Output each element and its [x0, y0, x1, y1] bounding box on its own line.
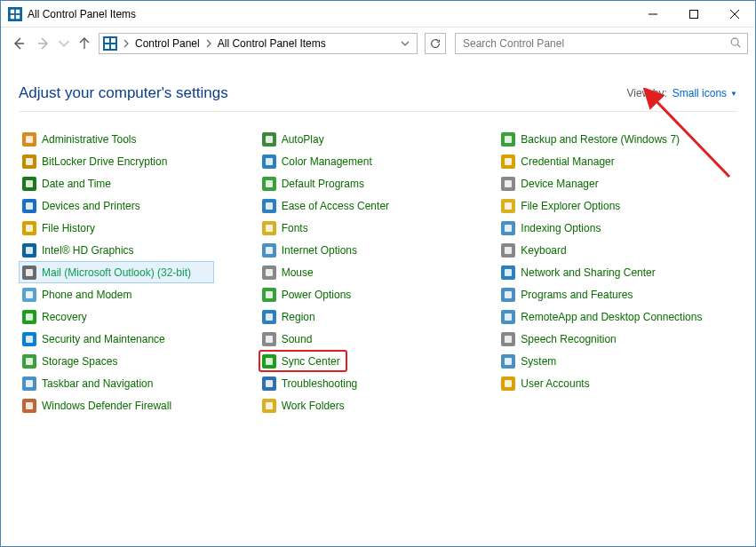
view-by-dropdown[interactable]: Small icons ▼	[672, 87, 737, 99]
address-dropdown-button[interactable]	[397, 39, 413, 48]
chevron-right-icon[interactable]	[203, 34, 214, 53]
cp-item-region[interactable]: Region	[259, 305, 454, 328]
cp-item-speech-recognition[interactable]: Speech Recognition	[497, 328, 693, 350]
cp-item-indexing-options[interactable]: Indexing Options	[497, 217, 693, 239]
svg-rect-17	[26, 136, 33, 143]
svg-rect-45	[505, 180, 512, 187]
cp-item-ease-of-access-center[interactable]: Ease of Access Center	[259, 194, 454, 217]
svg-rect-22	[26, 247, 33, 254]
cp-item-administrative-tools[interactable]: Administrative Tools	[19, 128, 214, 150]
administrative-tools-icon	[22, 132, 36, 147]
cp-item-label: Administrative Tools	[42, 133, 137, 146]
network-and-sharing-center-icon	[501, 266, 515, 280]
cp-item-label: Recovery	[42, 311, 87, 323]
title-bar: All Control Panel Items	[1, 1, 755, 28]
svg-rect-1	[16, 9, 20, 12]
cp-item-taskbar-and-navigation[interactable]: Taskbar and Navigation	[19, 372, 214, 394]
cp-item-label: Sound	[282, 333, 313, 345]
chevron-down-icon: ▼	[730, 90, 737, 98]
svg-rect-51	[505, 313, 512, 321]
refresh-button[interactable]	[425, 33, 446, 54]
cp-item-label: Backup and Restore (Windows 7)	[521, 133, 680, 146]
cp-item-security-and-maintenance[interactable]: Security and Maintenance	[19, 328, 214, 350]
cp-item-label: Device Manager	[521, 178, 598, 190]
svg-rect-18	[26, 158, 33, 165]
cp-item-sync-center[interactable]: Sync Center	[259, 350, 347, 372]
cp-item-keyboard[interactable]: Keyboard	[497, 239, 693, 261]
default-programs-icon	[262, 177, 276, 191]
cp-item-intel-hd-graphics[interactable]: Intel® HD Graphics	[19, 239, 214, 261]
taskbar-and-navigation-icon	[22, 377, 36, 391]
page-title: Adjust your computer's settings	[19, 84, 627, 102]
header-row: Adjust your computer's settings View by:…	[19, 70, 737, 112]
cp-item-programs-and-features[interactable]: Programs and Features	[497, 283, 693, 305]
cp-item-recovery[interactable]: Recovery	[19, 305, 214, 328]
minimize-button[interactable]	[633, 1, 673, 28]
control-panel-small-icon	[103, 36, 117, 51]
cp-item-color-management[interactable]: Color Management	[259, 150, 454, 172]
cp-item-label: Security and Maintenance	[42, 333, 165, 345]
cp-item-remoteapp-and-desktop-connections[interactable]: RemoteApp and Desktop Connections	[497, 305, 705, 328]
cp-item-user-accounts[interactable]: User Accounts	[497, 372, 693, 394]
search-icon[interactable]	[729, 36, 742, 52]
cp-item-devices-and-printers[interactable]: Devices and Printers	[19, 194, 214, 217]
cp-item-autoplay[interactable]: AutoPlay	[259, 128, 454, 150]
svg-rect-5	[690, 10, 698, 18]
cp-item-troubleshooting[interactable]: Troubleshooting	[259, 372, 454, 394]
chevron-right-icon[interactable]	[121, 34, 131, 53]
cp-item-network-and-sharing-center[interactable]: Network and Sharing Center	[497, 261, 693, 283]
svg-rect-49	[505, 269, 512, 276]
maximize-button[interactable]	[673, 1, 714, 28]
cp-item-device-manager[interactable]: Device Manager	[497, 172, 693, 194]
work-folders-icon	[262, 399, 276, 413]
speech-recognition-icon	[501, 332, 515, 346]
breadcrumb-all-items[interactable]: All Control Panel Items	[216, 34, 328, 53]
back-button[interactable]	[8, 33, 29, 54]
svg-rect-32	[266, 180, 273, 187]
cp-item-file-history[interactable]: File History	[19, 217, 214, 239]
internet-options-icon	[262, 243, 276, 258]
close-button[interactable]	[714, 1, 755, 28]
cp-item-mouse[interactable]: Mouse	[259, 261, 454, 283]
cp-item-default-programs[interactable]: Default Programs	[259, 172, 454, 194]
address-bar[interactable]: Control Panel All Control Panel Items	[99, 33, 418, 54]
cp-item-credential-manager[interactable]: Credential Manager	[497, 150, 693, 172]
cp-item-system[interactable]: System	[497, 350, 693, 372]
cp-item-label: Windows Defender Firewall	[42, 400, 171, 412]
svg-rect-14	[111, 44, 115, 49]
storage-spaces-icon	[22, 354, 36, 369]
windows-defender-firewall-icon	[22, 399, 36, 413]
search-box[interactable]	[455, 33, 748, 54]
svg-rect-54	[505, 380, 512, 387]
cp-item-date-and-time[interactable]: Date and Time	[19, 172, 214, 194]
cp-item-label: Color Management	[282, 155, 372, 168]
svg-rect-43	[505, 136, 512, 143]
cp-item-bitlocker-drive-encryption[interactable]: BitLocker Drive Encryption	[19, 150, 214, 172]
view-by-label: View by:	[627, 87, 667, 99]
up-button[interactable]	[74, 33, 95, 54]
svg-rect-33	[266, 202, 273, 210]
cp-item-file-explorer-options[interactable]: File Explorer Options	[497, 194, 693, 217]
cp-item-internet-options[interactable]: Internet Options	[259, 239, 454, 261]
cp-item-backup-and-restore-windows-7[interactable]: Backup and Restore (Windows 7)	[497, 128, 693, 150]
svg-rect-50	[505, 291, 512, 298]
autoplay-icon	[262, 132, 276, 147]
cp-item-storage-spaces[interactable]: Storage Spaces	[19, 350, 214, 372]
cp-item-power-options[interactable]: Power Options	[259, 283, 454, 305]
cp-item-label: Network and Sharing Center	[521, 266, 655, 279]
cp-item-label: Fonts	[282, 222, 308, 234]
cp-item-windows-defender-firewall[interactable]: Windows Defender Firewall	[19, 394, 214, 416]
search-input[interactable]	[461, 36, 729, 51]
cp-item-work-folders[interactable]: Work Folders	[259, 394, 454, 416]
devices-and-printers-icon	[22, 199, 36, 213]
svg-rect-38	[266, 313, 273, 321]
forward-button[interactable]	[33, 33, 54, 54]
cp-item-fonts[interactable]: Fonts	[259, 217, 454, 239]
breadcrumb-control-panel[interactable]: Control Panel	[133, 34, 202, 53]
cp-item-mail-microsoft-outlook-32-bit[interactable]: Mail (Microsoft Outlook) (32-bit)	[19, 261, 214, 283]
cp-item-phone-and-modem[interactable]: Phone and Modem	[19, 283, 214, 305]
recent-locations-button[interactable]	[58, 33, 70, 54]
svg-rect-26	[26, 336, 33, 343]
cp-item-sound[interactable]: Sound	[259, 328, 454, 350]
cp-item-label: Keyboard	[521, 244, 566, 257]
